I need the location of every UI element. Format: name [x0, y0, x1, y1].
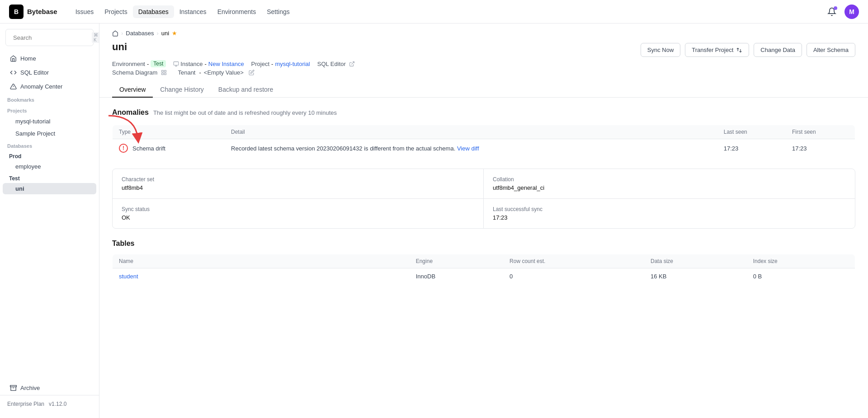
nav-environments[interactable]: Environments: [212, 5, 262, 18]
favorite-star-icon[interactable]: ★: [172, 30, 177, 37]
anomaly-error-icon: !: [119, 144, 128, 153]
version-label: v1.12.0: [49, 401, 66, 407]
instance-icon: [173, 61, 179, 67]
sql-editor-label[interactable]: SQL Editor: [317, 61, 346, 67]
svg-rect-3: [10, 385, 17, 387]
tables-section-title: Tables: [112, 240, 855, 248]
sync-now-button[interactable]: Sync Now: [641, 43, 681, 57]
nav-issues[interactable]: Issues: [70, 5, 99, 18]
last-sync-label: Last successful sync: [493, 206, 846, 212]
breadcrumb: › Databases › uni ★: [99, 23, 868, 37]
tab-change-history[interactable]: Change History: [153, 82, 211, 98]
schema-diagram-label[interactable]: Schema Diagram: [112, 69, 157, 76]
info-grid: Character set utf8mb4 Collation utf8mb4_…: [112, 169, 855, 229]
anomaly-type-cell: ! Schema drift: [113, 139, 225, 158]
alter-schema-button[interactable]: Alter Schema: [807, 43, 855, 57]
svg-line-6: [351, 61, 354, 64]
change-data-button[interactable]: Change Data: [754, 43, 802, 57]
breadcrumb-databases[interactable]: Databases: [126, 30, 154, 37]
tabs: Overview Change History Backup and resto…: [99, 76, 868, 98]
col-first-seen: First seen: [786, 125, 855, 139]
edit-tenant-icon[interactable]: [249, 70, 255, 75]
home-icon: [10, 55, 17, 62]
plan-label: Enterprise Plan: [7, 401, 44, 407]
sidebar-db-uni[interactable]: uni: [3, 183, 96, 194]
page-meta-row2: Schema Diagram Tenant - <Empty Value>: [99, 67, 868, 76]
schema-icon: [161, 70, 167, 75]
view-diff-link[interactable]: View diff: [457, 145, 479, 152]
breadcrumb-sep-2: ›: [157, 30, 159, 37]
table-index-size-cell: 0 B: [747, 268, 855, 285]
sidebar-item-anomaly-center[interactable]: Anomaly Center: [3, 80, 96, 93]
transfer-icon: [736, 47, 742, 53]
env-value[interactable]: Test: [151, 60, 166, 67]
notification-button[interactable]: [825, 5, 839, 19]
table-data-size-cell: 16 KB: [644, 268, 747, 285]
nav-settings[interactable]: Settings: [261, 5, 295, 18]
anomalies-title: Anomalies: [112, 108, 149, 117]
sidebar-databases-section: Databases: [0, 140, 99, 150]
table-row-count-cell: 0: [503, 268, 644, 285]
character-set-label: Character set: [122, 176, 474, 183]
tab-overview[interactable]: Overview: [112, 82, 153, 98]
env-label: Environment: [112, 61, 145, 67]
svg-rect-8: [165, 70, 166, 72]
tables-col-engine: Engine: [410, 254, 503, 268]
nav-databases[interactable]: Databases: [133, 5, 174, 18]
sidebar-item-sql-editor[interactable]: SQL Editor: [3, 66, 96, 79]
sync-status-value: OK: [122, 214, 474, 221]
sidebar-project-mysql-tutorial[interactable]: mysql-tutorial: [3, 116, 96, 127]
search-shortcut: ⌘ K: [92, 32, 99, 43]
tab-content: Anomalies The list might be out of date …: [99, 98, 868, 306]
table-name-cell[interactable]: student: [113, 268, 410, 285]
sidebar-projects-section: Projects: [0, 104, 99, 115]
svg-rect-7: [162, 70, 164, 72]
last-sync-value: 17:23: [493, 214, 846, 221]
nav-instances[interactable]: Instances: [174, 5, 212, 18]
main-layout: ⌘ K Home SQL Editor Anomaly Center Bookm…: [0, 23, 868, 418]
col-detail: Detail: [225, 125, 717, 139]
avatar[interactable]: M: [844, 5, 859, 19]
sidebar-archive-label: Archive: [20, 385, 40, 391]
topnav-right: M: [825, 5, 859, 19]
table-row: ! Schema drift Recorded latest schema ve…: [113, 139, 855, 158]
sidebar-item-archive[interactable]: Archive: [3, 381, 96, 395]
col-type: Type: [113, 125, 225, 139]
transfer-project-button[interactable]: Transfer Project: [685, 43, 749, 57]
app-name: Bytebase: [27, 8, 57, 15]
project-link[interactable]: mysql-tutorial: [275, 61, 310, 67]
tables-col-data-size: Data size: [644, 254, 747, 268]
logo[interactable]: B Bytebase: [9, 5, 57, 19]
archive-icon: [10, 385, 17, 391]
sidebar-project-sample[interactable]: Sample Project: [3, 128, 96, 139]
main-content: › Databases › uni ★ uni Sync Now Transfe…: [99, 23, 868, 418]
sidebar-sql-label: SQL Editor: [20, 69, 49, 76]
character-set-cell: Character set utf8mb4: [113, 169, 484, 199]
svg-rect-10: [162, 73, 164, 75]
collation-cell: Collation utf8mb4_general_ci: [484, 169, 855, 199]
sync-status-label: Sync status: [122, 206, 474, 212]
breadcrumb-current: uni: [161, 30, 169, 37]
sidebar-test-label: Test: [0, 173, 99, 183]
home-breadcrumb-icon[interactable]: [112, 30, 118, 37]
tenant-label: Tenant: [178, 69, 195, 76]
top-navigation: B Bytebase Issues Projects Databases Ins…: [0, 0, 868, 23]
instance-link[interactable]: New Instance: [208, 61, 244, 67]
sidebar-item-home[interactable]: Home: [3, 52, 96, 65]
collation-label: Collation: [493, 176, 846, 183]
sidebar-prod-label: Prod: [0, 150, 99, 160]
search-box[interactable]: ⌘ K: [5, 29, 94, 46]
page-meta: Environment - Test Instance - New Instan…: [99, 57, 868, 67]
sidebar-bottom: Enterprise Plan v1.12.0: [0, 395, 99, 413]
search-input[interactable]: [13, 34, 89, 41]
tenant-value: <Empty Value>: [204, 69, 244, 76]
table-engine-cell: InnoDB: [410, 268, 503, 285]
sidebar-home-label: Home: [20, 55, 36, 62]
header-actions: Sync Now Transfer Project Change Data Al…: [641, 43, 855, 57]
sidebar-bookmarks-label: Bookmarks: [0, 94, 99, 104]
tables-col-name: Name: [113, 254, 410, 268]
tab-backup-restore[interactable]: Backup and restore: [211, 82, 280, 98]
anomaly-type-label: Schema drift: [132, 145, 165, 152]
sidebar-db-employee[interactable]: employee: [3, 161, 96, 172]
nav-projects[interactable]: Projects: [99, 5, 133, 18]
